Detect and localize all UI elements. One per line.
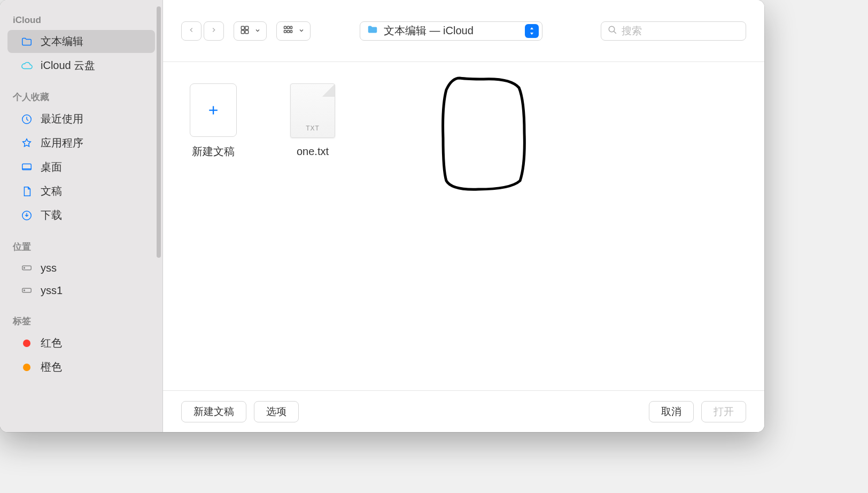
sidebar-item-label: yss1 (41, 284, 63, 297)
disk-icon (20, 261, 33, 274)
sidebar-item-label: 下载 (41, 208, 62, 222)
open-dialog: iCloud 文本编辑 iCloud 云盘 个人收藏 最近使用 应用程序 (0, 0, 764, 432)
sidebar-section-icloud: iCloud (0, 11, 162, 29)
sidebar-item-tag-red[interactable]: 红色 (7, 332, 155, 355)
svg-rect-10 (245, 30, 249, 33)
forward-button[interactable] (204, 21, 224, 41)
sidebar-scrollbar[interactable] (156, 6, 162, 263)
new-document-button[interactable]: 新建文稿 (181, 401, 246, 422)
svg-point-6 (24, 290, 25, 291)
svg-rect-8 (245, 26, 249, 29)
chevron-left-icon (188, 26, 195, 36)
svg-rect-15 (287, 30, 289, 32)
cancel-button[interactable]: 取消 (649, 401, 694, 422)
search-box[interactable] (601, 21, 746, 41)
sidebar-item-desktop[interactable]: 桌面 (7, 156, 155, 179)
sidebar-item-textedit[interactable]: 文本编辑 (7, 30, 155, 53)
svg-point-4 (24, 267, 25, 268)
tag-dot-orange-icon (20, 361, 33, 374)
sidebar-item-downloads[interactable]: 下载 (7, 204, 155, 227)
tag-dot-red-icon (20, 337, 33, 350)
chevron-down-icon (254, 26, 261, 36)
search-input[interactable] (622, 25, 739, 37)
sidebar-item-icloud-drive[interactable]: iCloud 云盘 (7, 54, 155, 77)
icon-view-icon (239, 25, 250, 37)
sidebar-section-favorites: 个人收藏 (0, 87, 162, 106)
document-icon (20, 185, 33, 198)
sidebar-item-label: 最近使用 (41, 112, 83, 126)
svg-rect-9 (241, 30, 244, 33)
sidebar-item-label: 文稿 (41, 184, 62, 198)
sidebar-item-location-yss[interactable]: yss (7, 257, 155, 279)
sidebar-section-tags: 标签 (0, 311, 162, 330)
sidebar-item-label: 文本编辑 (41, 34, 83, 49)
options-button[interactable]: 选项 (254, 401, 299, 422)
svg-rect-13 (290, 26, 292, 28)
new-document-label: 新建文稿 (192, 144, 235, 159)
svg-rect-16 (290, 30, 292, 32)
search-icon (608, 25, 617, 37)
sidebar-item-tag-orange[interactable]: 橙色 (7, 356, 155, 379)
cloud-icon (20, 59, 33, 72)
group-icon (282, 25, 294, 37)
svg-rect-14 (284, 30, 286, 32)
sidebar-item-documents[interactable]: 文稿 (7, 180, 155, 203)
toolbar: 文本编辑 — iCloud (163, 0, 764, 62)
desktop-icon (20, 161, 33, 174)
sidebar: iCloud 文本编辑 iCloud 云盘 个人收藏 最近使用 应用程序 (0, 0, 163, 432)
folder-icon (20, 35, 33, 48)
disk-icon (20, 284, 33, 297)
apps-icon (20, 137, 33, 150)
sidebar-item-label: iCloud 云盘 (41, 58, 95, 73)
file-type-badge: TXT (306, 125, 320, 132)
svg-point-17 (609, 26, 615, 32)
chevron-right-icon (210, 26, 218, 36)
sidebar-item-location-yss1[interactable]: yss1 (7, 280, 155, 301)
folder-icon (367, 24, 378, 38)
chevron-down-icon (298, 26, 305, 36)
open-button[interactable]: 打开 (701, 401, 746, 422)
new-document-item[interactable]: + 新建文稿 (190, 83, 237, 159)
file-item-one-txt[interactable]: TXT one.txt (290, 83, 335, 158)
svg-rect-11 (284, 26, 286, 28)
sidebar-item-applications[interactable]: 应用程序 (7, 132, 155, 155)
group-dropdown[interactable] (276, 21, 311, 41)
sidebar-item-label: 应用程序 (41, 136, 83, 150)
sidebar-section-locations: 位置 (0, 236, 162, 256)
sidebar-item-label: 桌面 (41, 160, 62, 174)
download-icon (20, 209, 33, 222)
dialog-footer: 新建文稿 选项 取消 打开 (163, 390, 764, 432)
back-button[interactable] (181, 21, 201, 41)
file-label: one.txt (297, 145, 329, 158)
svg-rect-12 (287, 26, 289, 28)
plus-icon: + (208, 101, 219, 120)
new-document-box: + (190, 83, 237, 137)
sidebar-item-label: 橙色 (41, 360, 62, 374)
clock-icon (20, 113, 33, 126)
view-mode-dropdown[interactable] (234, 21, 267, 41)
sidebar-item-label: yss (41, 262, 57, 274)
svg-rect-7 (241, 26, 244, 29)
txt-file-icon: TXT (290, 83, 335, 138)
hand-drawn-annotation (430, 74, 537, 197)
path-label: 文本编辑 — iCloud (384, 24, 474, 38)
sidebar-item-label: 红色 (41, 336, 62, 350)
path-popup[interactable]: 文本编辑 — iCloud (360, 21, 542, 41)
sidebar-item-recents[interactable]: 最近使用 (7, 107, 155, 130)
updown-arrows-icon (525, 24, 539, 38)
file-browser-content[interactable]: + 新建文稿 TXT one.txt (163, 62, 764, 390)
main-panel: 文本编辑 — iCloud + 新建文稿 TXT (163, 0, 764, 432)
